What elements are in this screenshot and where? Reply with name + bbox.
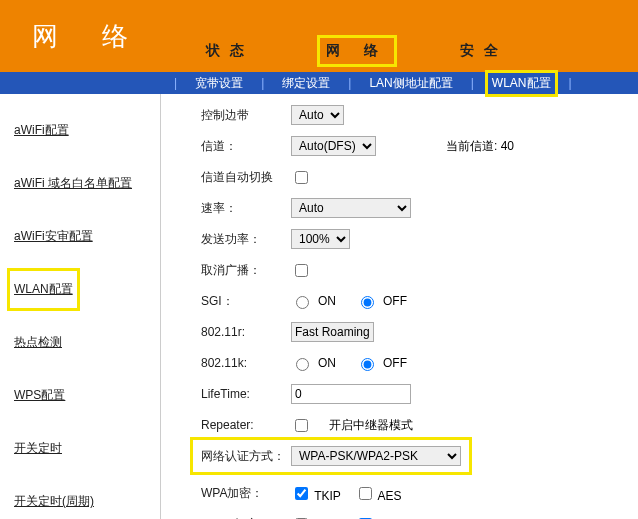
channel-select[interactable]: Auto(DFS): [291, 136, 376, 156]
dot11k-off-label: OFF: [383, 356, 407, 370]
subtab-bind[interactable]: 绑定设置: [278, 73, 334, 94]
dot11k-on-radio[interactable]: [296, 358, 309, 371]
wpa-aes-label: AES: [377, 489, 401, 503]
separator: |: [174, 76, 177, 90]
wpa-aes-checkbox[interactable]: [359, 487, 372, 500]
subtab-broadband[interactable]: 宽带设置: [191, 73, 247, 94]
separator: |: [471, 76, 474, 90]
separator: |: [261, 76, 264, 90]
sidebar-item-awifi-audit[interactable]: aWiFi安审配置: [10, 218, 97, 255]
sidebar-item-wlan[interactable]: WLAN配置: [10, 271, 77, 308]
wpa-enc-label: WPA加密：: [201, 485, 291, 502]
sgi-off-label: OFF: [383, 294, 407, 308]
sgi-on-label: ON: [318, 294, 336, 308]
cancel-broadcast-label: 取消广播：: [201, 262, 291, 279]
dot11k-on-label: ON: [318, 356, 336, 370]
sidebar-item-awifi-whitelist[interactable]: aWiFi 域名白名单配置: [10, 165, 136, 202]
main-panel: 控制边带 Auto 信道： Auto(DFS) 当前信道: 40 信道自动切换 …: [160, 94, 638, 519]
repeater-checkbox[interactable]: [295, 419, 308, 432]
repeater-label: Repeater:: [201, 418, 291, 432]
sgi-label: SGI：: [201, 293, 291, 310]
sidebar-item-awifi[interactable]: aWiFi配置: [10, 112, 73, 149]
wpa-tkip-checkbox[interactable]: [295, 487, 308, 500]
dot11k-off-radio[interactable]: [361, 358, 374, 371]
separator: |: [569, 76, 572, 90]
sgi-off-radio[interactable]: [361, 296, 374, 309]
channel-label: 信道：: [201, 138, 291, 155]
cancel-broadcast-checkbox[interactable]: [295, 264, 308, 277]
txpower-label: 发送功率：: [201, 231, 291, 248]
sideband-select[interactable]: Auto: [291, 105, 344, 125]
wpa-tkip-label: TKIP: [314, 489, 341, 503]
auto-switch-checkbox[interactable]: [295, 171, 308, 184]
dot11k-label: 802.11k:: [201, 356, 291, 370]
rate-select[interactable]: Auto: [291, 198, 411, 218]
auth-highlight: 网络认证方式： WPA-PSK/WPA2-PSK: [193, 440, 469, 472]
sub-tabs: | 宽带设置 | 绑定设置 | LAN侧地址配置 | WLAN配置 |: [0, 72, 638, 94]
current-channel-value: 40: [501, 139, 514, 153]
tab-network[interactable]: 网 络: [320, 38, 394, 64]
fast-roaming-button[interactable]: Fast Roaming: [291, 322, 374, 342]
auto-switch-label: 信道自动切换: [201, 169, 291, 186]
subtab-wlan[interactable]: WLAN配置: [488, 73, 555, 94]
sidebar-item-wps[interactable]: WPS配置: [10, 377, 69, 414]
sidebar-item-schedule-periodic[interactable]: 开关定时(周期): [10, 483, 98, 519]
current-channel-label: 当前信道: 40: [446, 138, 514, 155]
main-tabs: 状态 网 络 安全: [160, 0, 638, 72]
sidebar-item-hotspot[interactable]: 热点检测: [10, 324, 66, 361]
separator: |: [348, 76, 351, 90]
rate-label: 速率：: [201, 200, 291, 217]
tab-status[interactable]: 状态: [200, 38, 260, 64]
subtab-lan[interactable]: LAN侧地址配置: [365, 73, 456, 94]
txpower-select[interactable]: 100%: [291, 229, 350, 249]
sidebar-item-schedule[interactable]: 开关定时: [10, 430, 66, 467]
sidebar: aWiFi配置 aWiFi 域名白名单配置 aWiFi安审配置 WLAN配置 热…: [0, 94, 160, 519]
tab-security[interactable]: 安全: [454, 38, 514, 64]
app-logo: 网 络: [0, 0, 160, 72]
dot11r-label: 802.11r:: [201, 325, 291, 339]
lifetime-input[interactable]: [291, 384, 411, 404]
repeater-hint: 开启中继器模式: [329, 417, 413, 434]
sideband-label: 控制边带: [201, 107, 291, 124]
wpa2-enc-label: WPA2加密：: [201, 516, 291, 520]
auth-label: 网络认证方式：: [201, 448, 291, 465]
sgi-on-radio[interactable]: [296, 296, 309, 309]
lifetime-label: LifeTime:: [201, 387, 291, 401]
auth-select[interactable]: WPA-PSK/WPA2-PSK: [291, 446, 461, 466]
